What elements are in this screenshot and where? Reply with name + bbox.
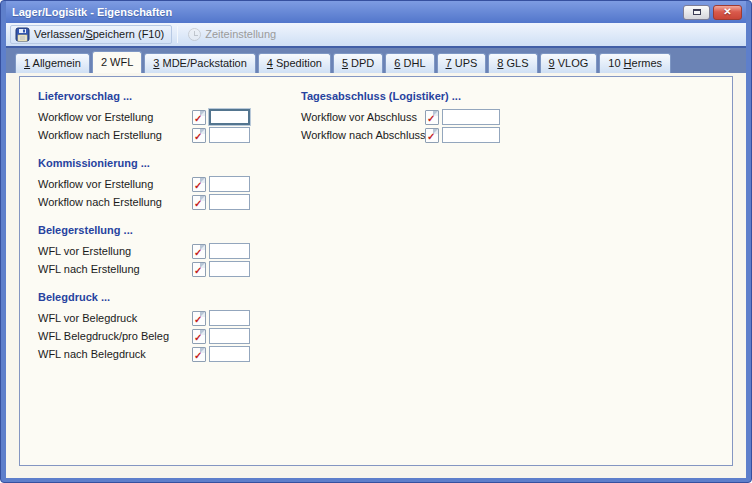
workflow-edit-button[interactable]: ✓ — [192, 110, 206, 125]
workflow-row-label: WFL nach Belegdruck — [38, 348, 192, 360]
workflow-input[interactable] — [209, 261, 250, 277]
workflow-edit-button[interactable]: ✓ — [192, 177, 206, 192]
check-icon: ✓ — [194, 113, 202, 124]
tab-6-dhl[interactable]: 6 DHL — [385, 53, 434, 73]
save-exit-label: Verlassen/Speichern (F10) — [34, 28, 164, 40]
section-header: Belegdruck ... — [38, 291, 288, 303]
maximize-button[interactable] — [683, 5, 710, 20]
workflow-input[interactable] — [209, 194, 250, 210]
properties-window: Lager/Logisitk - Eigenschaften ✕ — [0, 0, 752, 483]
check-icon: ✓ — [194, 180, 202, 191]
workflow-input[interactable] — [209, 346, 250, 362]
window-body: Verlassen/Speichern (F10) Zeiteinstellun… — [6, 23, 746, 478]
workflow-row-label: WFL Belegdruck/pro Beleg — [38, 330, 192, 342]
workflow-row-label: Workflow nach Erstellung — [38, 196, 192, 208]
workflow-input[interactable] — [442, 127, 500, 143]
workflow-input[interactable] — [209, 176, 250, 192]
tab-8-gls[interactable]: 8 GLS — [488, 53, 537, 73]
workflow-row-label: WFL vor Belegdruck — [38, 312, 192, 324]
workflow-row: WFL nach Belegdruck ✓ — [38, 345, 288, 363]
workflow-row-label: WFL nach Erstellung — [38, 263, 192, 275]
wfl-panel: Liefervorschlag ... Workflow vor Erstell… — [19, 76, 733, 466]
clock-icon — [188, 28, 201, 41]
section-header: Tagesabschluss (Logistiker) ... — [301, 90, 712, 102]
check-icon: ✓ — [194, 247, 202, 258]
content-area: Liefervorschlag ... Workflow vor Erstell… — [6, 73, 746, 478]
workflow-row: Workflow vor Erstellung ✓ — [38, 175, 288, 193]
tab-4-spedition[interactable]: 4 Spedition — [258, 53, 331, 73]
time-settings-label: Zeiteinstellung — [205, 28, 276, 40]
section-header: Liefervorschlag ... — [38, 90, 288, 102]
workflow-row: Workflow nach Erstellung ✓ — [38, 193, 288, 211]
check-icon: ✓ — [194, 332, 202, 343]
check-icon: ✓ — [194, 265, 202, 276]
toolbar: Verlassen/Speichern (F10) Zeiteinstellun… — [6, 23, 746, 46]
workflow-row-label: Workflow vor Erstellung — [38, 178, 192, 190]
workflow-edit-button[interactable]: ✓ — [192, 128, 206, 143]
workflow-edit-button[interactable]: ✓ — [192, 195, 206, 210]
workflow-row: WFL vor Erstellung ✓ — [38, 242, 288, 260]
right-column: Tagesabschluss (Logistiker) ... Workflow… — [288, 90, 712, 465]
tab-2-wfl[interactable]: 2 WFL — [92, 51, 142, 73]
tab-1-allgemein[interactable]: 1 Allgemein — [15, 53, 90, 73]
workflow-row: WFL nach Erstellung ✓ — [38, 260, 288, 278]
workflow-edit-button[interactable]: ✓ — [425, 110, 439, 125]
workflow-row-label: Workflow nach Abschluss — [301, 129, 425, 141]
window-title: Lager/Logisitk - Eigenschaften — [12, 6, 683, 18]
workflow-input[interactable] — [209, 243, 250, 259]
close-button[interactable]: ✕ — [713, 5, 742, 20]
form-section: Kommissionierung ... Workflow vor Erstel… — [38, 157, 288, 211]
tab-9-vlog[interactable]: 9 VLOG — [540, 53, 598, 73]
workflow-edit-button[interactable]: ✓ — [192, 329, 206, 344]
workflow-row-label: Workflow nach Erstellung — [38, 129, 192, 141]
workflow-row: Workflow nach Erstellung ✓ — [38, 126, 288, 144]
check-icon: ✓ — [194, 314, 202, 325]
workflow-row: WFL Belegdruck/pro Beleg ✓ — [38, 327, 288, 345]
form-section: Liefervorschlag ... Workflow vor Erstell… — [38, 90, 288, 144]
check-icon: ✓ — [427, 131, 435, 142]
workflow-input[interactable] — [209, 109, 250, 125]
save-exit-button[interactable]: Verlassen/Speichern (F10) — [10, 25, 172, 44]
workflow-input[interactable] — [209, 127, 250, 143]
title-bar: Lager/Logisitk - Eigenschaften ✕ — [6, 1, 746, 23]
workflow-row: WFL vor Belegdruck ✓ — [38, 309, 288, 327]
workflow-row: Workflow nach Abschluss ✓ — [301, 126, 712, 144]
workflow-row-label: Workflow vor Abschluss — [301, 111, 425, 123]
check-icon: ✓ — [194, 350, 202, 361]
section-header: Kommissionierung ... — [38, 157, 288, 169]
form-section: Tagesabschluss (Logistiker) ... Workflow… — [301, 90, 712, 144]
check-icon: ✓ — [194, 198, 202, 209]
workflow-row-label: Workflow vor Erstellung — [38, 111, 192, 123]
tab-7-ups[interactable]: 7 UPS — [437, 53, 487, 73]
workflow-row: Workflow vor Erstellung ✓ — [38, 108, 288, 126]
workflow-input[interactable] — [209, 310, 250, 326]
workflow-edit-button[interactable]: ✓ — [425, 128, 439, 143]
check-icon: ✓ — [427, 113, 435, 124]
workflow-input[interactable] — [209, 328, 250, 344]
left-column: Liefervorschlag ... Workflow vor Erstell… — [38, 90, 288, 465]
form-section: Belegdruck ... WFL vor Belegdruck ✓ WFL … — [38, 291, 288, 363]
form-section: Belegerstellung ... WFL vor Erstellung ✓… — [38, 224, 288, 278]
toolbar-separator — [177, 26, 178, 43]
time-settings-button[interactable]: Zeiteinstellung — [183, 25, 284, 44]
workflow-edit-button[interactable]: ✓ — [192, 311, 206, 326]
tab-3-mde-packstation[interactable]: 3 MDE/Packstation — [144, 53, 256, 73]
workflow-edit-button[interactable]: ✓ — [192, 262, 206, 277]
workflow-edit-button[interactable]: ✓ — [192, 244, 206, 259]
section-header: Belegerstellung ... — [38, 224, 288, 236]
save-floppy-icon — [15, 27, 30, 42]
tab-10-hermes[interactable]: 10 Hermes — [599, 53, 671, 73]
close-icon: ✕ — [723, 7, 731, 17]
maximize-icon — [693, 9, 701, 15]
workflow-input[interactable] — [442, 109, 500, 125]
workflow-row-label: WFL vor Erstellung — [38, 245, 192, 257]
tab-strip: 1 Allgemein 2 WFL 3 MDE/Packstation 4 Sp… — [6, 46, 746, 73]
check-icon: ✓ — [194, 131, 202, 142]
tab-5-dpd[interactable]: 5 DPD — [333, 53, 383, 73]
workflow-row: Workflow vor Abschluss ✓ — [301, 108, 712, 126]
workflow-edit-button[interactable]: ✓ — [192, 347, 206, 362]
